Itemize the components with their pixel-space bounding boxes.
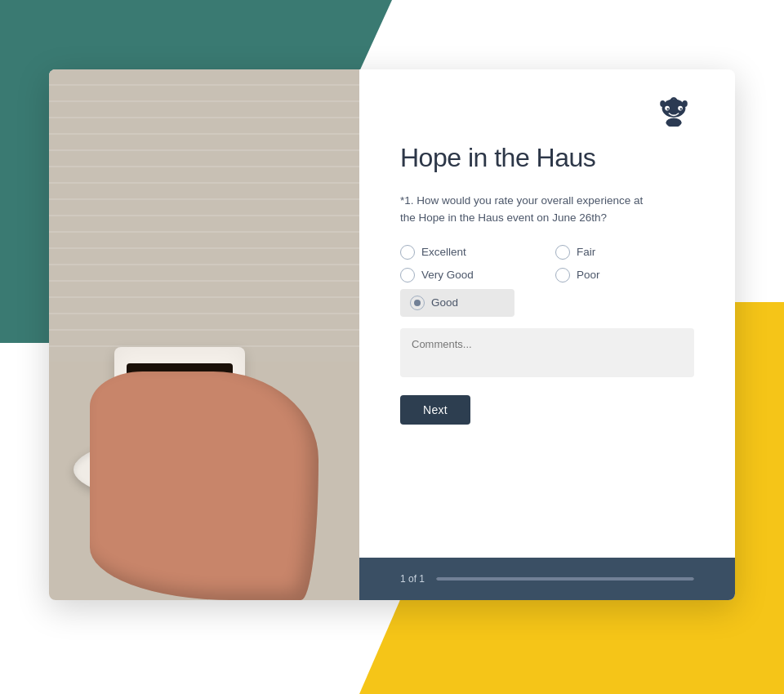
question-body-text: How would you rate your overall experien… [400, 194, 643, 224]
comments-textarea[interactable] [400, 328, 694, 377]
label-very-good: Very Good [421, 269, 474, 281]
svg-point-7 [660, 100, 665, 107]
next-button-label: Next [423, 403, 448, 416]
next-button[interactable]: Next [400, 395, 470, 425]
surveymonkey-logo-icon [653, 94, 694, 127]
survey-footer: 1 of 1 [359, 558, 735, 600]
radio-excellent[interactable] [400, 245, 415, 260]
survey-title: Hope in the Haus [400, 143, 694, 173]
label-excellent: Excellent [421, 246, 466, 258]
radio-good[interactable] [410, 296, 425, 310]
logo-area [400, 94, 694, 127]
option-fair[interactable]: Fair [555, 245, 694, 260]
survey-panel: Hope in the Haus *1. How would you rate … [359, 69, 735, 600]
wood-texture [49, 69, 359, 362]
hand [90, 371, 318, 600]
label-good: Good [431, 296, 458, 309]
label-fair: Fair [577, 246, 595, 258]
progress-bar-fill [436, 577, 694, 581]
option-poor[interactable]: Poor [555, 268, 694, 282]
radio-very-good[interactable] [400, 268, 415, 282]
svg-point-9 [666, 118, 681, 127]
option-very-good[interactable]: Very Good [400, 268, 539, 282]
survey-content: Hope in the Haus *1. How would you rate … [359, 69, 735, 558]
question-text: *1. How would you rate your overall expe… [400, 193, 645, 227]
svg-point-6 [680, 108, 682, 109]
svg-point-5 [667, 108, 669, 109]
progress-text: 1 of 1 [400, 573, 425, 585]
survey-card: Hope in the Haus *1. How would you rate … [49, 69, 735, 600]
option-good[interactable]: Good [400, 289, 514, 317]
label-poor: Poor [577, 269, 600, 281]
radio-poor[interactable] [555, 268, 570, 282]
radio-fair[interactable] [555, 245, 570, 260]
progress-bar-track [436, 577, 694, 581]
question-number: *1. [400, 194, 416, 207]
svg-point-8 [682, 100, 687, 107]
radio-options-grid: Excellent Fair Very Good Poor [400, 245, 694, 282]
option-excellent[interactable]: Excellent [400, 245, 539, 260]
photo-panel [49, 69, 359, 600]
